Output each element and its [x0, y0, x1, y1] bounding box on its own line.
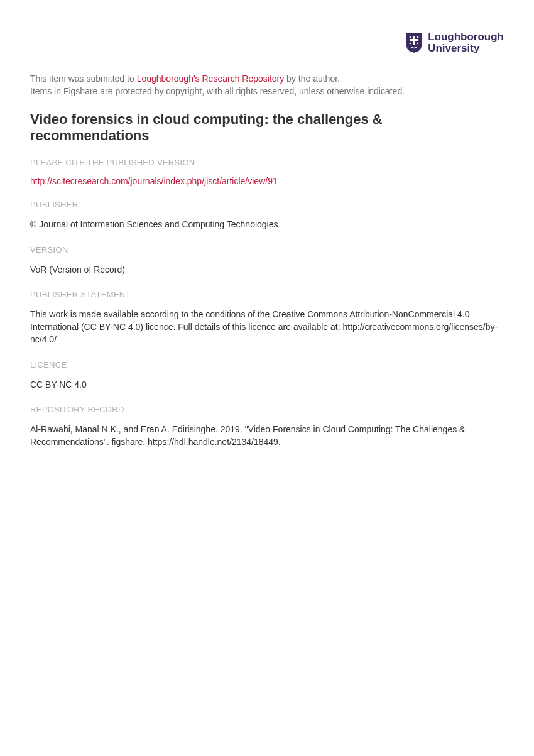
svg-point-4	[410, 43, 411, 45]
logo-text-line1: Loughborough	[428, 31, 504, 43]
cite-label: PLEASE CITE THE PUBLISHED VERSION	[30, 158, 504, 167]
licence-value: CC BY-NC 4.0	[30, 378, 504, 391]
licence-label: LICENCE	[30, 360, 504, 370]
intro-suffix1: by the author.	[284, 74, 340, 84]
page-title: Video forensics in cloud computing: the …	[30, 111, 504, 144]
intro-prefix: This item was submitted to	[30, 74, 137, 84]
repository-link[interactable]: Loughborough's Research Repository	[137, 74, 285, 84]
intro-text: This item was submitted to Loughborough'…	[30, 72, 504, 98]
intro-line2: Items in Figshare are protected by copyr…	[30, 86, 405, 96]
version-value: VoR (Version of Record)	[30, 263, 504, 276]
version-label: VERSION	[30, 245, 504, 255]
university-logo: Loughborough University	[405, 31, 504, 54]
record-label: REPOSITORY RECORD	[30, 405, 504, 414]
logo-text: Loughborough University	[428, 31, 504, 54]
svg-rect-1	[410, 39, 418, 41]
publisher-value: © Journal of Information Sciences and Co…	[30, 218, 504, 231]
shield-icon	[405, 32, 423, 53]
publisher-label: PUBLISHER	[30, 200, 504, 209]
svg-point-5	[417, 43, 419, 45]
cite-url[interactable]: http://scitecresearch.com/journals/index…	[30, 176, 504, 186]
record-value: Al-Rawahi, Manal N.K., and Eran A. Ediri…	[30, 423, 504, 449]
svg-point-2	[410, 36, 411, 38]
statement-value: This work is made available according to…	[30, 308, 504, 346]
statement-label: PUBLISHER STATEMENT	[30, 290, 504, 299]
header: Loughborough University	[30, 31, 504, 63]
svg-point-3	[417, 36, 419, 38]
logo-text-line2: University	[428, 43, 504, 54]
